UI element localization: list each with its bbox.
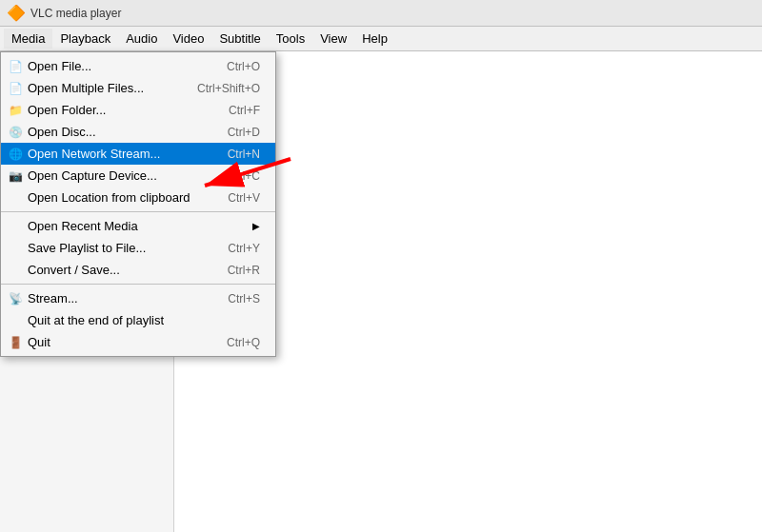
title-bar: 🔶 VLC media player	[0, 0, 762, 27]
menu-item-label: Open Capture Device...	[28, 168, 157, 183]
menu-item-view[interactable]: View	[312, 29, 354, 49]
submenu-arrow-icon: ▶	[252, 221, 260, 231]
menu-item-tools[interactable]: Tools	[269, 29, 312, 49]
menu-item-shortcut: Ctrl+Y	[209, 242, 260, 255]
menu-item-shortcut: Ctrl+R	[209, 264, 260, 277]
menu-item-shortcut: Ctrl+O	[208, 60, 260, 73]
menu-item-label: Open File...	[28, 59, 91, 73]
menu-item-label: Stream...	[28, 291, 78, 305]
menu-item-playback[interactable]: Playback	[52, 29, 118, 49]
menu-item-label: Open Disc...	[28, 125, 96, 139]
menu-separator	[1, 284, 275, 285]
menu-item-shortcut: Ctrl+F	[210, 104, 260, 117]
menu-item-shortcut: Ctrl+D	[209, 126, 260, 139]
menu-item-open-location-from-clipboard[interactable]: Open Location from clipboardCtrl+V	[1, 187, 275, 208]
menu-item-open-file[interactable]: 📄Open File...Ctrl+O	[1, 55, 275, 77]
menu-separator	[1, 211, 275, 212]
menu-item-label: Quit at the end of playlist	[28, 313, 164, 327]
menu-item-open-disc[interactable]: 💿Open Disc...Ctrl+D	[1, 121, 275, 143]
menu-item-open-network-stream[interactable]: 🌐Open Network Stream...Ctrl+N	[1, 143, 275, 165]
dropdown-menu: 📄Open File...Ctrl+O📄Open Multiple Files.…	[0, 51, 276, 357]
menu-item-label: Open Location from clipboard	[28, 190, 190, 205]
menu-item-shortcut: Ctrl+V	[209, 191, 260, 205]
menu-item-label: Quit	[28, 335, 50, 349]
menu-item-open-capture-device[interactable]: 📷Open Capture Device...Ctrl+C	[1, 165, 275, 187]
menu-item-icon: 📄	[7, 80, 24, 97]
menu-item-icon: 📄	[7, 58, 24, 75]
menu-item-save-playlist-to-file[interactable]: Save Playlist to File...Ctrl+Y	[1, 237, 275, 259]
menu-item-label: Open Multiple Files...	[28, 81, 144, 95]
menu-item-label: Convert / Save...	[28, 263, 120, 277]
menu-item-shortcut: Ctrl+N	[209, 148, 260, 161]
media-dropdown: 📄Open File...Ctrl+O📄Open Multiple Files.…	[0, 51, 276, 357]
app-icon: 🔶	[8, 5, 25, 22]
menu-item-audio[interactable]: Audio	[118, 29, 165, 49]
menu-item-icon: 💿	[7, 124, 24, 141]
menu-item-help[interactable]: Help	[354, 29, 395, 49]
menu-item-open-multiple-files[interactable]: 📄Open Multiple Files...Ctrl+Shift+O	[1, 77, 275, 99]
title-bar-text: VLC media player	[30, 7, 121, 20]
menu-item-icon: 🚪	[7, 334, 24, 351]
menu-item-stream[interactable]: 📡Stream...Ctrl+S	[1, 287, 275, 309]
menu-item-shortcut: Ctrl+S	[209, 292, 260, 305]
menu-item-icon: 🌐	[7, 146, 24, 163]
menu-item-label: Save Playlist to File...	[28, 241, 146, 255]
menu-item-icon: 📁	[7, 102, 24, 119]
menu-item-label: Open Network Stream...	[28, 147, 160, 161]
menu-item-open-recent-media[interactable]: Open Recent Media▶	[1, 215, 275, 237]
menu-item-media[interactable]: Media	[4, 29, 52, 49]
menu-item-convert--save[interactable]: Convert / Save...Ctrl+R	[1, 259, 275, 281]
menu-item-label: Open Recent Media	[28, 219, 138, 233]
menu-item-shortcut: Ctrl+Q	[208, 336, 260, 349]
menu-item-video[interactable]: Video	[165, 29, 211, 49]
menu-item-icon: 📷	[7, 167, 24, 185]
menu-item-subtitle[interactable]: Subtitle	[211, 29, 268, 49]
menu-item-label: Open Folder...	[28, 103, 106, 117]
menu-bar: MediaPlaybackAudioVideoSubtitleToolsView…	[0, 27, 762, 51]
menu-item-shortcut: Ctrl+Shift+O	[178, 82, 260, 95]
menu-item-open-folder[interactable]: 📁Open Folder...Ctrl+F	[1, 99, 275, 121]
menu-item-shortcut: Ctrl+C	[209, 169, 260, 183]
menu-item-icon: 📡	[7, 290, 24, 307]
menu-item-quit-at-the-end-of-playlist[interactable]: Quit at the end of playlist	[1, 309, 275, 331]
menu-item-quit[interactable]: 🚪QuitCtrl+Q	[1, 331, 275, 353]
